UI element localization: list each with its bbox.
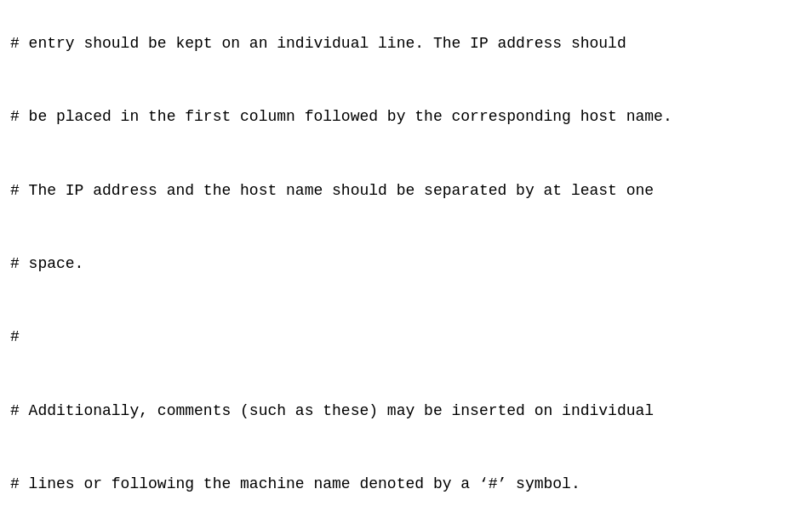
line-1: # entry should be kept on an individual … [10,35,626,52]
line-2: # be placed in the first column followed… [10,108,672,125]
line-4: # space. [10,255,83,272]
hosts-file-content: # entry should be kept on an individual … [10,7,802,506]
line-7: # lines or following the machine name de… [10,475,580,492]
line-6: # Additionally, comments (such as these)… [10,402,654,419]
line-5: # [10,328,20,345]
line-3: # The IP address and the host name shoul… [10,182,654,199]
